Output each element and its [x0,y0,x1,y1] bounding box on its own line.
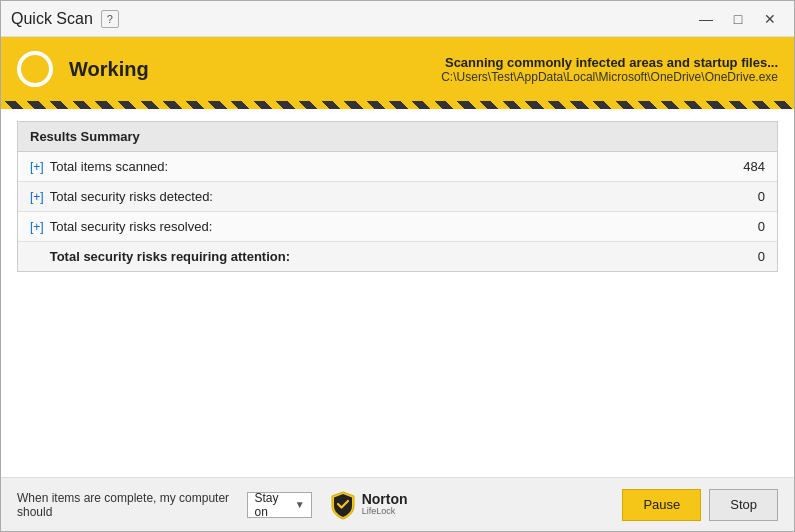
results-header: Results Summary [18,122,777,152]
expand-icon-3[interactable]: [+] [30,220,44,234]
norton-name: Norton [362,492,408,507]
table-row: [+] Total items scanned: 484 [18,152,777,182]
status-label: Working [69,58,149,81]
norton-logo: Norton LifeLock [328,490,408,520]
spinner-icon [17,51,53,87]
computer-action-select[interactable]: Stay on ▼ [247,492,311,518]
title-bar: Quick Scan ? — □ ✕ [1,1,794,37]
norton-area: Norton LifeLock [312,490,623,520]
pause-button[interactable]: Pause [622,489,701,521]
norton-shield-icon [328,490,358,520]
results-summary: Results Summary [+] Total items scanned:… [17,121,778,272]
scanning-text: Scanning commonly infected areas and sta… [173,55,778,70]
dropdown-arrow-icon: ▼ [295,499,305,510]
footer: When items are complete, my computer sho… [1,477,794,531]
select-value: Stay on [254,491,288,519]
table-row: [+] Total security risks requiring atten… [18,242,777,271]
row-label-3: Total security risks resolved: [50,219,725,234]
scanning-file: C:\Users\Test\AppData\Local\Microsoft\On… [173,70,778,84]
footer-left: When items are complete, my computer sho… [17,491,312,519]
stop-button[interactable]: Stop [709,489,778,521]
maximize-button[interactable]: □ [724,8,752,30]
table-row: [+] Total security risks detected: 0 [18,182,777,212]
row-value-1: 484 [725,159,765,174]
title-controls: — □ ✕ [692,8,784,30]
minimize-button[interactable]: — [692,8,720,30]
main-content: Results Summary [+] Total items scanned:… [1,109,794,477]
close-button[interactable]: ✕ [756,8,784,30]
footer-buttons: Pause Stop [622,489,778,521]
row-label-1: Total items scanned: [50,159,725,174]
hazard-stripe [1,101,794,109]
status-detail: Scanning commonly infected areas and sta… [173,55,778,84]
row-value-3: 0 [725,219,765,234]
row-value-4: 0 [725,249,765,264]
main-window: Quick Scan ? — □ ✕ Working Scanning comm… [0,0,795,532]
row-value-2: 0 [725,189,765,204]
table-row: [+] Total security risks resolved: 0 [18,212,777,242]
footer-label: When items are complete, my computer sho… [17,491,239,519]
status-banner: Working Scanning commonly infected areas… [1,37,794,101]
window-title: Quick Scan [11,10,93,28]
expand-icon-2[interactable]: [+] [30,190,44,204]
norton-brand-text: Norton LifeLock [362,492,408,517]
norton-sub: LifeLock [362,507,408,517]
title-bar-left: Quick Scan ? [11,10,692,28]
expand-icon-1[interactable]: [+] [30,160,44,174]
row-label-2: Total security risks detected: [50,189,725,204]
row-label-4: Total security risks requiring attention… [50,249,725,264]
help-button[interactable]: ? [101,10,119,28]
